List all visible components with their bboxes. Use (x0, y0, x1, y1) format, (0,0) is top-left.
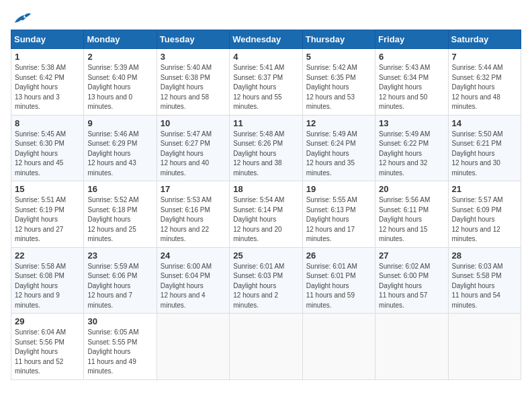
calendar-cell: 30Sunrise: 6:05 AMSunset: 5:55 PMDayligh… (84, 314, 157, 380)
day-info: Sunrise: 5:47 AMSunset: 6:27 PMDaylight … (161, 130, 212, 177)
day-number: 8 (15, 118, 80, 128)
calendar-table: SundayMondayTuesdayWednesdayThursdayFrid… (11, 30, 521, 380)
day-number: 27 (379, 250, 444, 261)
day-info: Sunrise: 5:45 AMSunset: 6:30 PMDaylight … (15, 130, 66, 177)
calendar-week-row: 8Sunrise: 5:45 AMSunset: 6:30 PMDaylight… (11, 115, 521, 181)
day-number: 16 (87, 184, 152, 194)
day-info: Sunrise: 5:49 AMSunset: 6:22 PMDaylight … (379, 130, 430, 177)
day-number: 22 (15, 250, 80, 261)
calendar-cell (157, 314, 229, 380)
calendar-cell: 20Sunrise: 5:56 AMSunset: 6:11 PMDayligh… (375, 181, 448, 248)
day-info: Sunrise: 5:53 AMSunset: 6:16 PMDaylight … (161, 196, 212, 242)
calendar-header-sunday: Sunday (11, 30, 84, 49)
calendar-cell: 21Sunrise: 5:57 AMSunset: 6:09 PMDayligh… (448, 181, 521, 248)
calendar-cell (302, 314, 375, 380)
calendar-cell: 24Sunrise: 6:00 AMSunset: 6:04 PMDayligh… (157, 247, 229, 314)
calendar-header-tuesday: Tuesday (157, 30, 229, 49)
day-info: Sunrise: 5:57 AMSunset: 6:09 PMDaylight … (452, 196, 503, 242)
day-number: 28 (452, 250, 517, 261)
calendar-cell: 1Sunrise: 5:38 AMSunset: 6:42 PMDaylight… (11, 49, 84, 116)
day-number: 19 (306, 184, 371, 194)
day-info: Sunrise: 5:50 AMSunset: 6:21 PMDaylight … (452, 130, 503, 177)
calendar-header-row: SundayMondayTuesdayWednesdayThursdayFrid… (11, 30, 521, 49)
day-number: 20 (379, 184, 444, 194)
day-info: Sunrise: 5:55 AMSunset: 6:13 PMDaylight … (306, 196, 357, 242)
calendar-cell: 29Sunrise: 6:04 AMSunset: 5:56 PMDayligh… (11, 314, 84, 380)
day-number: 24 (161, 250, 226, 261)
calendar-cell: 9Sunrise: 5:46 AMSunset: 6:29 PMDaylight… (84, 115, 157, 181)
day-number: 25 (233, 250, 298, 261)
day-number: 2 (87, 52, 152, 62)
day-number: 9 (87, 118, 152, 128)
calendar-week-row: 1Sunrise: 5:38 AMSunset: 6:42 PMDaylight… (11, 49, 521, 116)
calendar-cell: 11Sunrise: 5:48 AMSunset: 6:26 PMDayligh… (230, 115, 302, 181)
day-number: 21 (452, 184, 517, 194)
calendar-cell (230, 314, 302, 380)
day-info: Sunrise: 5:46 AMSunset: 6:29 PMDaylight … (87, 130, 138, 177)
day-info: Sunrise: 5:49 AMSunset: 6:24 PMDaylight … (306, 130, 357, 177)
calendar-week-row: 29Sunrise: 6:04 AMSunset: 5:56 PMDayligh… (11, 314, 521, 380)
calendar-cell (375, 314, 448, 380)
day-number: 11 (233, 118, 298, 128)
calendar-cell: 15Sunrise: 5:51 AMSunset: 6:19 PMDayligh… (11, 181, 84, 248)
day-info: Sunrise: 5:52 AMSunset: 6:18 PMDaylight … (87, 196, 138, 242)
day-info: Sunrise: 6:03 AMSunset: 5:58 PMDaylight … (452, 263, 503, 309)
calendar-cell: 23Sunrise: 5:59 AMSunset: 6:06 PMDayligh… (84, 247, 157, 314)
day-number: 6 (379, 52, 444, 62)
calendar-cell: 2Sunrise: 5:39 AMSunset: 6:40 PMDaylight… (84, 49, 157, 116)
calendar-header-saturday: Saturday (448, 30, 521, 49)
calendar-cell: 19Sunrise: 5:55 AMSunset: 6:13 PMDayligh… (302, 181, 375, 248)
calendar-cell: 14Sunrise: 5:50 AMSunset: 6:21 PMDayligh… (448, 115, 521, 181)
calendar-header-thursday: Thursday (302, 30, 375, 49)
day-info: Sunrise: 6:04 AMSunset: 5:56 PMDaylight … (15, 328, 66, 375)
day-number: 17 (161, 184, 226, 194)
calendar-cell: 26Sunrise: 6:01 AMSunset: 6:01 PMDayligh… (302, 247, 375, 314)
calendar-cell (448, 314, 521, 380)
day-info: Sunrise: 5:58 AMSunset: 6:08 PMDaylight … (15, 263, 66, 309)
day-info: Sunrise: 5:40 AMSunset: 6:38 PMDaylight … (161, 64, 212, 110)
day-info: Sunrise: 5:56 AMSunset: 6:11 PMDaylight … (379, 196, 430, 242)
day-info: Sunrise: 5:42 AMSunset: 6:35 PMDaylight … (306, 64, 357, 110)
calendar-cell: 4Sunrise: 5:41 AMSunset: 6:37 PMDaylight… (230, 49, 302, 116)
calendar-cell: 5Sunrise: 5:42 AMSunset: 6:35 PMDaylight… (302, 49, 375, 116)
day-number: 30 (87, 316, 152, 326)
calendar-week-row: 15Sunrise: 5:51 AMSunset: 6:19 PMDayligh… (11, 181, 521, 248)
page-header (11, 11, 521, 21)
calendar-header-wednesday: Wednesday (230, 30, 302, 49)
day-number: 23 (87, 250, 152, 261)
day-info: Sunrise: 5:44 AMSunset: 6:32 PMDaylight … (452, 64, 503, 110)
day-number: 29 (15, 316, 80, 326)
day-info: Sunrise: 6:00 AMSunset: 6:04 PMDaylight … (161, 263, 212, 309)
calendar-cell: 27Sunrise: 6:02 AMSunset: 6:00 PMDayligh… (375, 247, 448, 314)
day-number: 18 (233, 184, 298, 194)
day-number: 14 (452, 118, 517, 128)
day-number: 15 (15, 184, 80, 194)
calendar-cell: 7Sunrise: 5:44 AMSunset: 6:32 PMDaylight… (448, 49, 521, 116)
calendar-cell: 28Sunrise: 6:03 AMSunset: 5:58 PMDayligh… (448, 247, 521, 314)
day-info: Sunrise: 6:05 AMSunset: 5:55 PMDaylight … (87, 328, 138, 375)
logo (11, 11, 31, 21)
calendar-cell: 3Sunrise: 5:40 AMSunset: 6:38 PMDaylight… (157, 49, 229, 116)
day-info: Sunrise: 6:01 AMSunset: 6:01 PMDaylight … (306, 263, 357, 309)
day-number: 1 (15, 52, 80, 62)
calendar-cell: 6Sunrise: 5:43 AMSunset: 6:34 PMDaylight… (375, 49, 448, 116)
calendar-week-row: 22Sunrise: 5:58 AMSunset: 6:08 PMDayligh… (11, 247, 521, 314)
calendar-cell: 17Sunrise: 5:53 AMSunset: 6:16 PMDayligh… (157, 181, 229, 248)
day-number: 13 (379, 118, 444, 128)
day-number: 4 (233, 52, 298, 62)
day-number: 5 (306, 52, 371, 62)
day-info: Sunrise: 5:48 AMSunset: 6:26 PMDaylight … (233, 130, 284, 177)
calendar-cell: 22Sunrise: 5:58 AMSunset: 6:08 PMDayligh… (11, 247, 84, 314)
day-number: 10 (161, 118, 226, 128)
day-info: Sunrise: 5:38 AMSunset: 6:42 PMDaylight … (15, 64, 66, 110)
day-info: Sunrise: 5:41 AMSunset: 6:37 PMDaylight … (233, 64, 284, 110)
calendar-cell: 16Sunrise: 5:52 AMSunset: 6:18 PMDayligh… (84, 181, 157, 248)
day-info: Sunrise: 5:59 AMSunset: 6:06 PMDaylight … (87, 263, 138, 309)
calendar-cell: 18Sunrise: 5:54 AMSunset: 6:14 PMDayligh… (230, 181, 302, 248)
day-info: Sunrise: 5:51 AMSunset: 6:19 PMDaylight … (15, 196, 66, 242)
calendar-cell: 8Sunrise: 5:45 AMSunset: 6:30 PMDaylight… (11, 115, 84, 181)
calendar-header-friday: Friday (375, 30, 448, 49)
calendar-body: 1Sunrise: 5:38 AMSunset: 6:42 PMDaylight… (11, 49, 521, 380)
calendar-header-monday: Monday (84, 30, 157, 49)
calendar-cell: 12Sunrise: 5:49 AMSunset: 6:24 PMDayligh… (302, 115, 375, 181)
